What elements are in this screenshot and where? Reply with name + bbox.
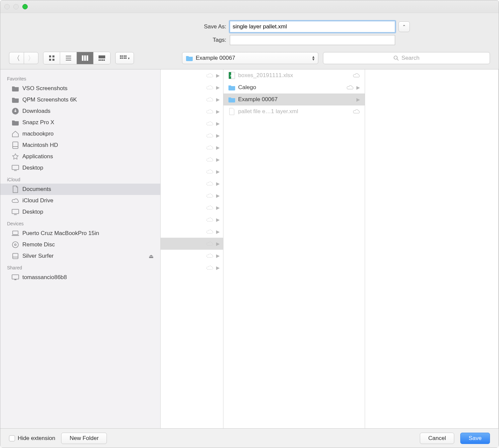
column1-row[interactable]: ▶	[161, 250, 223, 262]
svg-rect-20	[122, 57, 123, 59]
column1-row[interactable]: ▶	[161, 190, 223, 202]
svg-rect-10	[99, 55, 105, 58]
sidebar-item[interactable]: Desktop	[0, 206, 160, 218]
save-button[interactable]: Save	[460, 433, 490, 444]
folder-row[interactable]: Example 00067▶	[223, 93, 365, 105]
chevron-right-icon: ▶	[216, 73, 220, 78]
column1-row[interactable]: ▶	[161, 130, 223, 142]
chevron-right-icon: ▶	[216, 181, 220, 186]
svg-rect-21	[124, 57, 125, 59]
zoom-button[interactable]	[22, 4, 28, 9]
list-icon	[65, 55, 71, 61]
column1-row[interactable]: ▶	[161, 238, 223, 250]
row-label: Example 00067	[238, 96, 278, 103]
column1-row[interactable]: ▶	[161, 105, 223, 118]
tags-input[interactable]	[230, 35, 395, 45]
save-dialog: Save As: ⌃ Tags: 〈 〉	[0, 0, 499, 448]
close-button[interactable]	[4, 4, 10, 9]
sidebar-item[interactable]: QPM Screenshots 6K	[0, 94, 160, 105]
cloud-icon	[12, 197, 19, 204]
svg-rect-13	[102, 59, 103, 61]
column1-row[interactable]: ▶	[161, 142, 223, 154]
chevron-right-icon: ▶	[216, 85, 220, 90]
collapse-toggle[interactable]: ⌃	[398, 21, 410, 32]
sidebar-item-label: Snapz Pro X	[22, 119, 54, 126]
cloud-icon	[206, 133, 213, 138]
chevron-right-icon: ▶	[216, 265, 220, 270]
column1-row[interactable]: ▶	[161, 118, 223, 130]
column-1[interactable]: ▶▶▶▶▶▶▶▶▶▶▶▶▶▶▶▶▶	[161, 69, 223, 428]
sidebar-item[interactable]: Puerto Cruz MacBookPro 15in	[0, 228, 160, 239]
app-icon	[12, 153, 19, 160]
chevron-right-icon: ▶	[216, 121, 220, 126]
view-gallery-button[interactable]	[94, 52, 110, 64]
sidebar-item[interactable]: macbookpro	[0, 128, 160, 140]
view-column-button[interactable]	[77, 52, 94, 64]
sidebar-item[interactable]: Documents	[0, 184, 160, 195]
svg-rect-11	[99, 59, 100, 61]
nav-buttons: 〈 〉	[9, 52, 38, 64]
column-2[interactable]: Xboxes_20191111.xlsxCalego▶Example 00067…	[223, 69, 365, 428]
cancel-button[interactable]: Cancel	[420, 433, 454, 444]
svg-rect-38	[12, 275, 19, 279]
new-folder-button[interactable]: New Folder	[61, 433, 107, 444]
column1-row[interactable]: ▶	[161, 202, 223, 214]
folder-row[interactable]: Calego▶	[223, 81, 365, 93]
forward-button[interactable]: 〉	[24, 52, 38, 64]
footer: Hide extension New Folder Cancel Save	[0, 428, 499, 448]
svg-line-24	[397, 59, 399, 61]
stepper-icon: ▴▾	[312, 55, 315, 61]
eject-icon[interactable]: ⏏	[149, 253, 154, 259]
sidebar-item[interactable]: VSO Screenshots	[0, 83, 160, 94]
cloud-icon	[346, 85, 354, 90]
sidebar[interactable]: FavoritesVSO ScreenshotsQPM Screenshots …	[0, 69, 161, 428]
sidebar-item[interactable]: Desktop	[0, 162, 160, 174]
chevron-right-icon: ▶	[216, 97, 220, 102]
hide-extension-checkbox[interactable]: Hide extension	[9, 435, 55, 442]
folder-icon	[12, 96, 19, 103]
folder-icon	[12, 119, 19, 126]
disc-icon	[12, 241, 19, 248]
view-icon-button[interactable]	[43, 52, 60, 64]
sidebar-item[interactable]: Downloads	[0, 105, 160, 117]
view-list-button[interactable]	[60, 52, 77, 64]
column1-row[interactable]: ▶	[161, 226, 223, 238]
file-row[interactable]: pallet file e…1 layer.xml	[223, 105, 365, 118]
location-popup[interactable]: Example 00067 ▴▾	[182, 52, 318, 64]
cloud-icon	[206, 97, 213, 102]
group-icon	[120, 55, 127, 61]
doc-icon	[12, 186, 19, 193]
column1-row[interactable]: ▶	[161, 93, 223, 105]
file-row[interactable]: Xboxes_20191111.xlsx	[223, 69, 365, 81]
search-field[interactable]: Search	[323, 52, 490, 64]
column1-row[interactable]: ▶	[161, 69, 223, 81]
svg-rect-8	[84, 55, 86, 61]
cloud-icon	[206, 265, 213, 270]
back-button[interactable]: 〈	[9, 52, 24, 64]
cloud-icon	[353, 73, 360, 78]
row-label: pallet file e…1 layer.xml	[238, 108, 298, 115]
column1-row[interactable]: ▶	[161, 166, 223, 178]
sidebar-item[interactable]: tomassancio86b8	[0, 272, 160, 283]
sidebar-item[interactable]: Silver Surfer⏏	[0, 250, 160, 262]
chevron-right-icon: ▶	[216, 193, 220, 198]
column1-row[interactable]: ▶	[161, 214, 223, 226]
column1-row[interactable]: ▶	[161, 154, 223, 166]
group-button[interactable]: ▾	[115, 52, 134, 64]
sidebar-item[interactable]: iCloud Drive	[0, 195, 160, 206]
cloud-icon	[206, 241, 213, 246]
save-as-input[interactable]	[230, 21, 395, 32]
column1-row[interactable]: ▶	[161, 262, 223, 274]
sidebar-item[interactable]: Macintosh HD	[0, 140, 160, 151]
column1-row[interactable]: ▶	[161, 81, 223, 93]
svg-rect-2	[49, 59, 51, 61]
svg-rect-28	[12, 165, 19, 170]
chevron-up-icon: ⌃	[402, 24, 406, 29]
column1-row[interactable]: ▶	[161, 178, 223, 190]
column-3	[365, 69, 499, 428]
mon-icon	[12, 274, 19, 281]
sidebar-item[interactable]: Remote Disc	[0, 239, 160, 250]
sidebar-item[interactable]: Applications	[0, 151, 160, 162]
minimize-button[interactable]	[13, 4, 19, 9]
sidebar-item[interactable]: Snapz Pro X	[0, 117, 160, 128]
